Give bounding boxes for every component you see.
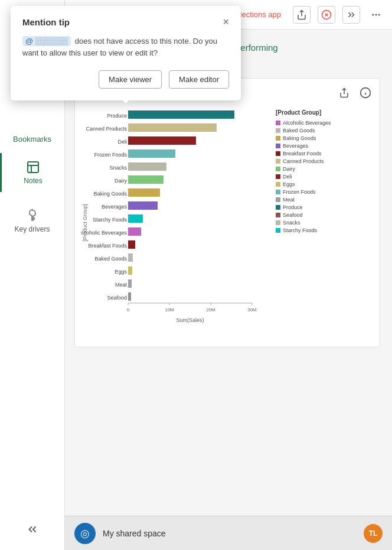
- shared-space-bar: ◎ My shared space TL: [65, 516, 392, 550]
- svg-text:Alcoholic Beverages: Alcoholic Beverages: [81, 230, 127, 236]
- svg-rect-36: [128, 240, 135, 249]
- svg-text:Meat: Meat: [115, 282, 128, 288]
- key-drivers-icon: [25, 209, 40, 223]
- svg-text:Seafood: Seafood: [107, 295, 127, 301]
- svg-text:Baked Goods: Baked Goods: [94, 256, 127, 262]
- user-avatar: TL: [364, 524, 383, 543]
- sidebar-item-bookmarks[interactable]: Bookmarks: [0, 130, 64, 153]
- svg-text:Snacks: Snacks: [109, 165, 127, 171]
- chart-info-icon[interactable]: [357, 84, 374, 101]
- legend-item: Frozen Foods: [276, 189, 331, 195]
- svg-text:Deli: Deli: [117, 139, 127, 145]
- svg-rect-34: [128, 227, 141, 236]
- shared-space-icon: ◎: [74, 523, 96, 544]
- legend-item: Alcoholic Beverages: [276, 120, 331, 126]
- svg-text:20M: 20M: [206, 307, 215, 313]
- mention-tip-title: Mention tip: [22, 17, 70, 27]
- legend-item: Beverages: [276, 143, 331, 149]
- svg-rect-30: [128, 201, 158, 210]
- svg-rect-38: [128, 253, 133, 262]
- legend-item: Snacks: [276, 220, 331, 226]
- chart-share-icon[interactable]: [336, 84, 352, 101]
- key-drivers-label: Key drivers: [14, 225, 50, 233]
- legend-item: Starchy Foods: [276, 227, 331, 233]
- bar-chart-svg: [Product Group] Produce Canned Products …: [81, 105, 270, 341]
- svg-text:Beverages: Beverages: [102, 204, 128, 210]
- mention-tip-dialog: Mention tip × @ ░░░░░░ does not have acc…: [11, 6, 241, 100]
- svg-text:Canned Products: Canned Products: [86, 126, 127, 132]
- mention-tip-actions: Make viewer Make editor: [22, 70, 229, 89]
- svg-text:Starchy Foods: Starchy Foods: [93, 217, 128, 223]
- legend-item: Baking Goods: [276, 135, 331, 141]
- svg-point-5: [375, 14, 377, 15]
- chart-container: [Product Group] Produce Canned Products …: [74, 78, 380, 347]
- svg-point-4: [372, 14, 374, 15]
- svg-text:Baking Goods: Baking Goods: [93, 191, 127, 197]
- legend-item: Produce: [276, 204, 331, 210]
- legend-item: Canned Products: [276, 158, 331, 164]
- svg-rect-42: [128, 279, 132, 288]
- svg-text:Produce: Produce: [107, 113, 127, 119]
- legend-item: Eggs: [276, 181, 331, 187]
- legend-item: Dairy: [276, 166, 331, 172]
- top-bar-actions: No selections app: [220, 6, 385, 24]
- svg-text:Eggs: Eggs: [115, 269, 127, 275]
- legend-title: [Product Group]: [276, 109, 331, 116]
- svg-text:Dairy: Dairy: [115, 178, 128, 184]
- notes-label: Notes: [24, 177, 42, 185]
- chart-svg-area: [Product Group] Produce Canned Products …: [81, 105, 374, 341]
- legend-item: Seafood: [276, 212, 331, 218]
- legend-item: Breakfast Foods: [276, 151, 331, 157]
- svg-point-6: [378, 14, 380, 15]
- shared-space-name: My shared space: [103, 529, 166, 538]
- svg-text:10M: 10M: [165, 307, 174, 313]
- sidebar-item-notes[interactable]: Notes: [0, 153, 64, 192]
- svg-rect-40: [128, 266, 132, 275]
- svg-rect-24: [128, 162, 166, 171]
- mention-tip-close-button[interactable]: ×: [223, 17, 229, 27]
- svg-text:[Product Group]: [Product Group]: [82, 204, 88, 242]
- mention-tip-body: @ ░░░░░░ does not have access to this no…: [22, 35, 229, 58]
- svg-rect-20: [128, 136, 196, 145]
- svg-rect-18: [128, 123, 217, 132]
- more-icon[interactable]: [367, 6, 385, 24]
- sidebar-item-key-drivers[interactable]: Key drivers: [0, 201, 64, 240]
- svg-rect-26: [128, 175, 164, 184]
- svg-rect-28: [128, 188, 160, 197]
- chart-legend: [Product Group] Alcoholic Beverages Bake…: [276, 105, 331, 341]
- svg-text:30M: 30M: [247, 307, 257, 313]
- svg-rect-22: [128, 149, 175, 158]
- svg-text:Frozen Foods: Frozen Foods: [94, 152, 127, 158]
- notes-icon: [26, 160, 40, 174]
- make-editor-button[interactable]: Make editor: [169, 70, 229, 89]
- svg-rect-16: [128, 110, 234, 119]
- svg-text:Breakfast Foods: Breakfast Foods: [88, 243, 127, 249]
- svg-rect-7: [28, 162, 38, 173]
- legend-item: Baked Goods: [276, 128, 331, 134]
- legend-item: Meat: [276, 197, 331, 203]
- collapse-button[interactable]: [26, 523, 39, 538]
- svg-rect-32: [128, 214, 143, 223]
- expand-icon[interactable]: [342, 6, 360, 24]
- collapse-icon: [26, 523, 39, 536]
- share-icon[interactable]: [293, 6, 311, 24]
- svg-rect-44: [128, 292, 131, 301]
- dismiss-icon[interactable]: [318, 6, 335, 24]
- svg-text:Sum(Sales): Sum(Sales): [176, 317, 204, 323]
- legend-item: Deli: [276, 174, 331, 180]
- make-viewer-button[interactable]: Make viewer: [99, 70, 162, 89]
- svg-text:0: 0: [127, 307, 130, 313]
- mention-tip-header: Mention tip ×: [22, 17, 229, 27]
- mention-at-prefix: @ ░░░░░░: [22, 36, 71, 46]
